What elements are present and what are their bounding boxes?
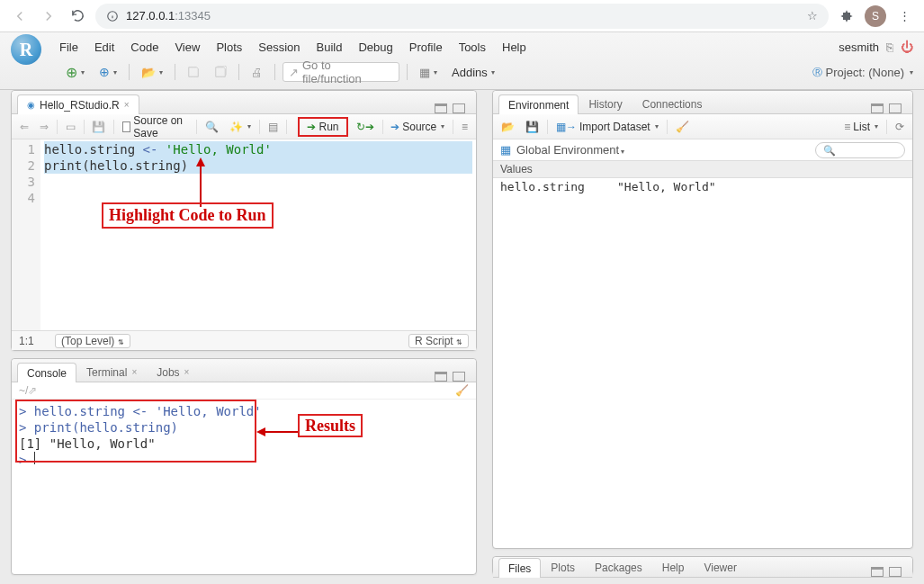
maximize-env-icon[interactable] <box>889 103 902 113</box>
go-to-file-input[interactable]: ↗Go to file/function <box>283 62 399 82</box>
star-icon[interactable]: ☆ <box>807 9 818 22</box>
grid-button[interactable]: ▦▾ <box>415 62 442 82</box>
tab-terminal[interactable]: Terminal× <box>76 362 147 382</box>
maximize-files-icon[interactable] <box>889 567 902 577</box>
profile-avatar[interactable]: S <box>865 5 886 27</box>
tab-packages[interactable]: Packages <box>585 557 652 577</box>
scope-selector[interactable]: Global Environment▾ <box>516 143 624 157</box>
signout-icon[interactable]: ⎘ <box>886 40 893 54</box>
forward-button[interactable] <box>38 5 59 27</box>
source-on-save-label: Source on Save <box>133 114 188 139</box>
env-variable-row[interactable]: hello.string "Hello, World" <box>493 178 912 195</box>
load-workspace-icon[interactable]: 📂 <box>498 118 517 136</box>
menu-build[interactable]: Build <box>317 40 343 54</box>
addins-label: Addins <box>452 66 488 79</box>
tab-environment[interactable]: Environment <box>498 94 579 114</box>
tab-plots[interactable]: Plots <box>541 557 585 577</box>
console-path-bar: ~/⇗ 🧹 <box>12 382 476 400</box>
print-button[interactable]: 🖨 <box>247 62 267 82</box>
minimize-env-icon[interactable] <box>871 103 884 113</box>
tab-files[interactable]: Files <box>498 558 541 578</box>
tab-help[interactable]: Help <box>652 557 695 577</box>
url-host: 127.0.0.1 <box>126 9 175 22</box>
save-button[interactable] <box>183 62 204 82</box>
reload-button[interactable] <box>67 5 88 27</box>
env-search-input[interactable] <box>815 142 905 158</box>
code-line-4[interactable] <box>44 190 472 206</box>
refresh-env-icon[interactable]: ⟳ <box>893 118 907 136</box>
quit-icon[interactable]: ⏻ <box>901 40 913 54</box>
tab-viewer[interactable]: Viewer <box>694 557 746 577</box>
save-all-button[interactable] <box>210 62 231 82</box>
minimize-files-icon[interactable] <box>871 567 884 577</box>
source-editor[interactable]: 1 2 3 4 hello.string <- 'Hello, World' p… <box>12 139 476 330</box>
new-project-button[interactable]: ⊕▾ <box>94 62 121 82</box>
clear-console-icon[interactable]: 🧹 <box>455 384 469 397</box>
save-workspace-icon[interactable]: 💾 <box>523 118 542 136</box>
source-pane: ◉ Hello_RStudio.R × ⇐ ⇒ ▭ 💾 <box>11 90 477 351</box>
back-nav-icon[interactable]: ⇐ <box>17 118 31 136</box>
menu-code[interactable]: Code <box>130 40 158 54</box>
scope-selector[interactable]: (Top Level) ⇅ <box>55 334 130 348</box>
list-view-button[interactable]: ≡ List▾ <box>841 118 881 136</box>
menu-help[interactable]: Help <box>502 40 526 54</box>
menu-view[interactable]: View <box>175 40 200 54</box>
username-label: sesmith <box>839 40 879 54</box>
maximize-console-icon[interactable] <box>453 372 465 382</box>
env-var-name: hello.string <box>500 180 617 193</box>
main-menu: File Edit Code View Plots Session Build … <box>59 40 526 54</box>
main-toolbar: ⊕▾ ⊕▾ 📂▾ 🖨 ↗Go to file/function ▦▾ Addin… <box>0 58 924 86</box>
import-dataset-button[interactable]: ▦→Import Dataset▾ <box>553 118 661 136</box>
console-output[interactable]: > hello.string <- 'Hello, World' > print… <box>12 400 476 574</box>
env-var-value: "Hello, World" <box>617 180 716 193</box>
menu-plots[interactable]: Plots <box>216 40 242 54</box>
source-on-save-checkbox[interactable]: Source on Save <box>120 118 191 136</box>
tab-jobs[interactable]: Jobs× <box>147 362 199 382</box>
menu-session[interactable]: Session <box>258 40 300 54</box>
code-line-2[interactable]: print(hello.string) <box>44 157 472 174</box>
minimize-pane-icon[interactable] <box>435 103 447 113</box>
clear-env-icon[interactable]: 🧹 <box>673 118 692 136</box>
menu-edit[interactable]: Edit <box>94 40 114 54</box>
rstudio-app: R File Edit Code View Plots Session Buil… <box>0 32 924 584</box>
source-tab[interactable]: ◉ Hello_RStudio.R × <box>17 94 139 114</box>
minimize-console-icon[interactable] <box>435 372 447 382</box>
run-button[interactable]: ➔Run <box>298 117 348 137</box>
tab-console[interactable]: Console <box>17 363 76 382</box>
addins-button[interactable]: Addins▾ <box>447 62 499 82</box>
env-scope-bar: ▦ Global Environment▾ <box>493 139 912 161</box>
menu-tools[interactable]: Tools <box>459 40 486 54</box>
code-line-3[interactable] <box>44 174 472 190</box>
code-line-1[interactable]: hello.string <- 'Hello, World' <box>44 141 472 157</box>
tab-history[interactable]: History <box>579 94 632 113</box>
env-toolbar: 📂 💾 ▦→Import Dataset▾ 🧹 ≡ List▾ ⟳ <box>493 114 912 139</box>
compile-report-icon[interactable]: ▤ <box>265 118 281 136</box>
outline-icon[interactable]: ≡ <box>459 118 471 136</box>
new-file-button[interactable]: ⊕▾ <box>61 62 89 82</box>
address-bar[interactable]: 127.0.0.1:13345 ☆ <box>95 4 829 29</box>
lang-selector[interactable]: R Script ⇅ <box>408 334 469 348</box>
extensions-icon[interactable] <box>836 5 857 27</box>
source-button[interactable]: ➔Source▾ <box>388 118 447 136</box>
tab-connections[interactable]: Connections <box>632 94 713 113</box>
rerun-icon[interactable]: ↻➔ <box>354 118 377 136</box>
close-tab-icon[interactable]: × <box>124 100 130 110</box>
results-box-annotation <box>15 400 256 463</box>
menu-profile[interactable]: Profile <box>409 40 443 54</box>
url-port: :13345 <box>175 9 211 22</box>
back-button[interactable] <box>9 5 31 27</box>
browser-toolbar: 127.0.0.1:13345 ☆ S ⋮ <box>0 0 924 32</box>
wand-icon[interactable]: ✨▾ <box>227 118 254 136</box>
menu-debug[interactable]: Debug <box>358 40 392 54</box>
source-statusbar: 1:1 (Top Level) ⇅ R Script ⇅ <box>12 330 476 350</box>
show-in-new-icon[interactable]: ▭ <box>63 118 78 136</box>
project-selector[interactable]: Ⓡ Project: (None) ▾ <box>812 66 924 79</box>
open-file-button[interactable]: 📂▾ <box>137 62 167 82</box>
menu-file[interactable]: File <box>59 40 78 54</box>
path-popout-icon[interactable]: ⇗ <box>28 384 37 397</box>
maximize-pane-icon[interactable] <box>453 103 465 113</box>
save-source-icon[interactable]: 💾 <box>89 118 108 136</box>
fwd-nav-icon[interactable]: ⇒ <box>37 118 51 136</box>
find-icon[interactable]: 🔍 <box>202 118 221 136</box>
kebab-menu-icon[interactable]: ⋮ <box>893 5 915 27</box>
